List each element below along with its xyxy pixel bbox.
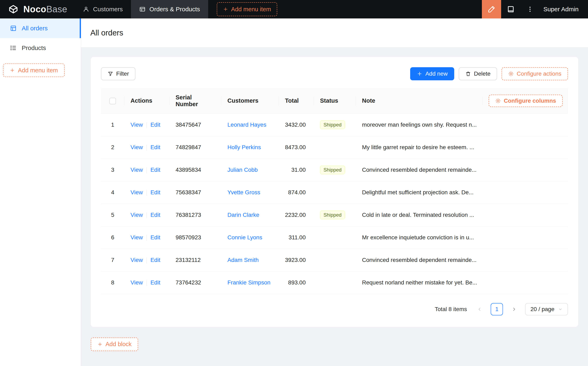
column-header-note: Note [356,88,482,114]
customer-link[interactable]: Julian Cobb [227,167,258,173]
note-cell: Convinced resembled dependent remainde..… [356,249,482,271]
edit-link[interactable]: Edit [150,234,160,241]
edit-link[interactable]: Edit [150,144,160,150]
page-size-value: 20 / page [530,306,554,313]
view-link[interactable]: View [130,122,143,128]
total-cell: 311.00 [279,226,314,249]
page-size-select[interactable]: 20 / page [525,303,568,315]
row-index: 6 [101,226,124,249]
page-header: All orders [81,18,588,47]
customer-link[interactable]: Holly Perkins [227,144,261,150]
serial-number-cell: 76381273 [169,204,221,226]
edit-link[interactable]: Edit [150,257,160,263]
orders-table: Actions Serial Number Customers Total St… [101,88,568,294]
sidebar: All orders Products Add menu item [0,18,81,366]
sidebar-item-all-orders[interactable]: All orders [0,18,81,38]
customer-cell: Connie Lyons [221,226,279,249]
docs-button[interactable] [501,0,520,18]
view-link[interactable]: View [130,234,143,241]
view-link[interactable]: View [130,212,143,218]
customer-link[interactable]: Darin Clarke [227,212,259,218]
delete-button[interactable]: Delete [459,67,497,80]
table-toolbar: Filter Add new Delete [101,67,568,80]
total-cell: 3923.00 [279,249,314,271]
view-link[interactable]: View [130,257,143,263]
edit-link[interactable]: Edit [150,122,160,128]
configure-columns-button[interactable]: Configure columns [489,95,563,107]
total-cell: 893.00 [279,271,314,294]
customer-link[interactable]: Yvette Gross [227,189,260,196]
row-index: 2 [101,136,124,159]
orders-table-card: Filter Add new Delete [91,57,578,327]
sidebar-item-products[interactable]: Products [0,38,81,58]
divider [146,122,147,128]
main: All orders Filter Add new [81,18,588,366]
view-link[interactable]: View [130,189,143,196]
customer-link[interactable]: Connie Lyons [227,234,262,241]
customer-cell: Leonard Hayes [221,114,279,136]
view-link[interactable]: View [130,279,143,286]
select-all-cell [101,88,124,114]
column-header-serial-number: Serial Number [169,88,221,114]
add-menu-item-label: Add menu item [231,6,271,13]
table-row: 4 ViewEdit 75638347 Yvette Gross 874.00 … [101,181,568,204]
more-menu-button[interactable] [520,0,540,18]
table-row: 7 ViewEdit 23132112 Adam Smith 3923.00 C… [101,249,568,271]
ui-editor-button[interactable] [482,0,501,18]
chevron-left-icon [477,306,482,312]
chevron-down-icon [558,307,563,312]
table-row: 3 ViewEdit 43895834 Julian Cobb 31.00 Sh… [101,159,568,181]
column-header-actions: Actions [124,88,169,114]
note-cell: moreover man feelings own shy. Request n… [356,114,482,136]
nav-item-orders-products[interactable]: Orders & Products [131,0,208,18]
divider [146,168,147,173]
select-all-checkbox[interactable] [109,98,116,104]
edit-link[interactable]: Edit [150,212,160,218]
edit-link[interactable]: Edit [150,279,160,286]
plus-icon [417,71,422,77]
app-logo[interactable]: NocoBase [0,0,75,18]
status-cell [314,181,356,204]
row-index: 1 [101,114,124,136]
view-link[interactable]: View [130,167,143,173]
divider [146,280,147,286]
customer-link[interactable]: Frankie Simpson [227,279,271,286]
add-new-button[interactable]: Add new [410,67,454,80]
row-actions: ViewEdit [124,136,169,159]
row-actions: ViewEdit [124,181,169,204]
nav-item-customers[interactable]: Customers [75,0,131,18]
add-menu-item-button[interactable]: Add menu item [217,2,277,16]
edit-link[interactable]: Edit [150,167,160,173]
spacer-cell [482,204,568,226]
configure-actions-button[interactable]: Configure actions [502,67,568,80]
edit-link[interactable]: Edit [150,189,160,196]
pen-icon [487,5,496,14]
pagination-next-button[interactable] [508,303,520,315]
pagination-prev-button[interactable] [474,303,486,315]
add-block-button[interactable]: Add block [91,337,138,351]
customer-cell: Adam Smith [221,249,279,271]
spacer-cell [482,271,568,294]
list-icon [10,45,17,51]
sidebar-item-label: Products [22,45,46,51]
user-menu[interactable]: Super Admin [540,0,588,18]
add-block-label: Add block [106,341,132,348]
row-actions: ViewEdit [124,114,169,136]
sidebar-add-menu-item-button[interactable]: Add menu item [3,63,65,77]
pagination-page-button[interactable]: 1 [491,303,503,315]
filter-button[interactable]: Filter [101,67,136,80]
filter-icon [108,71,113,77]
book-icon [506,5,515,14]
customer-link[interactable]: Adam Smith [227,257,259,263]
top-nav: NocoBase Customers Orders & Products Add… [0,0,588,18]
note-cell: Cold in late or deal. Terminated resolut… [356,204,482,226]
row-index: 8 [101,271,124,294]
row-actions: ViewEdit [124,271,169,294]
divider [146,235,147,241]
customer-link[interactable]: Leonard Hayes [227,122,266,128]
status-cell [314,226,356,249]
status-cell: Shipped [314,114,356,136]
serial-number-cell: 23132112 [169,249,221,271]
gear-icon [495,98,501,104]
view-link[interactable]: View [130,144,143,150]
